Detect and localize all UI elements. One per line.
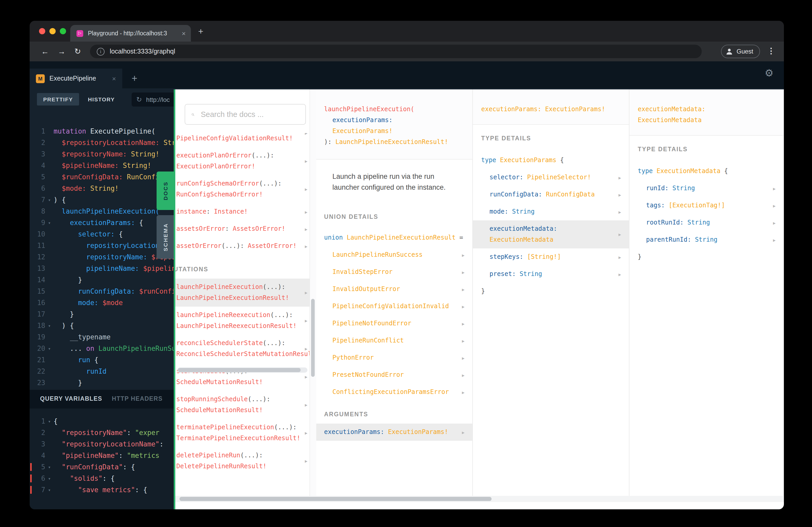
code-line[interactable]: 1▾{ [30, 416, 175, 427]
code-line[interactable]: 4 "pipelineName": "metrics [30, 450, 175, 462]
doc-list-item[interactable]: PipelineNotFoundError▸ [316, 315, 472, 332]
docs-search-box[interactable] [185, 104, 306, 125]
code-line[interactable]: 5 $runConfigData: RunConfigData! [30, 171, 175, 183]
docs-search-input[interactable] [200, 110, 299, 119]
code-line[interactable]: 9▾ executionParams: { [30, 217, 175, 229]
code-line[interactable]: 2 $repositoryLocationName: String! [30, 137, 175, 149]
code-line[interactable]: 22 runId [30, 366, 175, 377]
code-line[interactable]: 5▾ "runConfigData": { [30, 462, 175, 473]
docs-vertical-scrollbar[interactable] [309, 89, 316, 496]
doc-list-item[interactable]: instance: Instance!▸ [175, 203, 315, 220]
refresh-schema-icon[interactable]: ↻ [136, 96, 142, 103]
site-info-icon[interactable]: i [97, 48, 104, 55]
doc-list-item[interactable]: PythonError▸ [316, 349, 472, 366]
doc-list-item[interactable]: isPipelineConfigValid(...): PipelineConf… [175, 133, 315, 147]
fold-arrow-icon[interactable]: ▾ [45, 484, 54, 496]
add-playground-tab-button[interactable]: + [132, 73, 137, 84]
code-line[interactable]: 10 selector: { [30, 229, 175, 240]
code-line[interactable]: 6▾ "solids": { [30, 473, 175, 484]
query-code[interactable]: 1mutation ExecutePipeline(2 $repositoryL… [30, 126, 175, 389]
code-line[interactable]: 4 $pipelineName: String! [30, 160, 175, 171]
close-window-button[interactable] [39, 28, 45, 34]
doc-list-item[interactable]: launchPipelineExecution(...): LaunchPipe… [175, 278, 315, 307]
variables-code[interactable]: 1▾{2 "repositoryName": "exper3 "reposito… [30, 416, 175, 496]
doc-list-item[interactable]: parentRunId: String▸ [629, 231, 783, 249]
code-line[interactable]: 15 runConfigData: $runConfigData [30, 286, 175, 297]
doc-list-item[interactable]: deletePipelineRun(...): DeletePipelineRu… [175, 447, 315, 475]
doc-list-item[interactable]: executionPlanOrError(...): ExecutionPlan… [175, 147, 315, 175]
docs-column-horizontal-scrollbar[interactable] [177, 367, 307, 373]
doc-list-item[interactable]: runConfigData: RunConfigData▸ [473, 186, 629, 203]
code-line[interactable]: 11 repositoryLocationName: $repositoryLo… [30, 240, 175, 252]
profile-button[interactable]: Guest [721, 45, 760, 58]
close-playground-tab-icon[interactable]: × [112, 75, 116, 82]
code-line[interactable]: 14 } [30, 274, 175, 286]
tab-http-headers[interactable]: HTTP HEADERS [112, 395, 162, 402]
back-button[interactable]: ← [41, 47, 49, 56]
doc-list-item[interactable]: mode: String▸ [473, 203, 629, 220]
browser-tab[interactable]: ▷ Playground - http://localhost:3 × [70, 25, 191, 42]
doc-list-item[interactable]: runId: String▸ [629, 180, 783, 197]
doc-list-item[interactable]: rootRunId: String▸ [629, 214, 783, 231]
fold-arrow-icon[interactable]: ▾ [45, 473, 54, 484]
doc-list-item[interactable]: launchPipelineReexecution(...): LaunchPi… [175, 307, 315, 335]
doc-list-item[interactable]: stopRunningSchedule(...): ScheduleMutati… [175, 391, 315, 419]
code-line[interactable]: 7▾ "save metrics": { [30, 484, 175, 496]
code-line[interactable]: 3 "repositoryLocationName": [30, 439, 175, 450]
scrollbar-thumb[interactable] [179, 497, 492, 501]
doc-list-item[interactable]: assetsOrError: AssetsOrError!▸ [175, 220, 315, 238]
doc-list-item[interactable]: reconcileSchedulerState(...): ReconcileS… [175, 335, 315, 363]
doc-list-item[interactable]: InvalidStepError▸ [316, 264, 472, 281]
settings-gear-icon[interactable]: ⚙ [765, 68, 773, 78]
fold-arrow-icon[interactable]: ▾ [45, 416, 54, 427]
close-tab-icon[interactable]: × [182, 29, 186, 37]
code-line[interactable]: 21 run { [30, 355, 175, 366]
prettify-button[interactable]: PRETTIFY [37, 93, 79, 106]
code-line[interactable]: 19 __typename [30, 332, 175, 343]
minimize-window-button[interactable] [49, 28, 56, 34]
code-line[interactable]: 1mutation ExecutePipeline( [30, 126, 175, 137]
maximize-window-button[interactable] [60, 28, 66, 34]
code-line[interactable]: 17 } [30, 309, 175, 320]
fold-arrow-icon[interactable]: ▾ [45, 462, 54, 473]
doc-list-item[interactable]: executionMetadata:ExecutionMetadata▸ [473, 220, 629, 249]
doc-list-item[interactable]: executionParams: ExecutionParams!▸ [316, 424, 472, 441]
doc-list-item[interactable]: startSchedule(...): ScheduleMutationResu… [175, 363, 315, 391]
doc-list-item[interactable]: PresetNotFoundError▸ [316, 366, 472, 383]
fold-arrow-icon[interactable]: ▾ [45, 343, 54, 355]
tab-query-variables[interactable]: QUERY VARIABLES [40, 395, 102, 402]
code-line[interactable]: 13 pipelineName: $pipelineName [30, 263, 175, 274]
doc-list-item[interactable]: InvalidOutputError▸ [316, 281, 472, 298]
doc-list-item[interactable]: stepKeys: [String!]▸ [473, 249, 629, 266]
doc-list-item[interactable]: runConfigSchemaOrError(...): RunConfigSc… [175, 175, 315, 203]
new-tab-button[interactable]: + [198, 27, 203, 37]
fold-arrow-icon[interactable]: ▾ [45, 194, 54, 206]
code-line[interactable]: 6 $mode: String! [30, 183, 175, 194]
code-line[interactable]: 2 "repositoryName": "exper [30, 427, 175, 439]
doc-list-item[interactable]: selector: PipelineSelector!▸ [473, 169, 629, 186]
browser-menu-button[interactable]: ⋮ [767, 46, 775, 56]
doc-list-item[interactable]: terminatePipelineExecution(...): Termina… [175, 419, 315, 447]
query-variables-editor[interactable]: 1▾{2 "repositoryName": "exper3 "reposito… [30, 408, 175, 509]
doc-list-item[interactable]: LaunchPipelineRunSuccess▸ [316, 246, 472, 264]
doc-list-item[interactable]: tags: [ExecutionTag!]▸ [629, 197, 783, 214]
code-line[interactable]: 12 repositoryName: $repositoryName [30, 252, 175, 263]
history-button[interactable]: HISTORY [88, 93, 115, 106]
scrollbar-thumb[interactable] [311, 299, 315, 377]
scrollbar-thumb[interactable] [178, 368, 301, 372]
code-line[interactable]: 20▾ ... on LaunchPipelineRunSuccess { [30, 343, 175, 355]
code-line[interactable]: 8 launchPipelineExecution( [30, 206, 175, 217]
doc-list-item[interactable]: preset: String▸ [473, 266, 629, 283]
fold-arrow-icon[interactable]: ▾ [45, 320, 54, 332]
code-line[interactable]: 23 } [30, 377, 175, 389]
code-line[interactable]: 7▾) { [30, 194, 175, 206]
reload-button[interactable]: ↻ [74, 47, 81, 56]
docs-side-tab[interactable]: DOCS [157, 171, 174, 210]
address-bar[interactable]: i localhost:3333/graphql [90, 45, 702, 58]
code-line[interactable]: 3 $repositoryName: String! [30, 149, 175, 160]
doc-list-item[interactable]: PipelineRunConflict▸ [316, 332, 472, 349]
schema-side-tab[interactable]: SCHEMA [157, 215, 174, 259]
code-line[interactable]: 16 mode: $mode [30, 297, 175, 309]
forward-button[interactable]: → [58, 47, 66, 56]
doc-list-item[interactable]: ConflictingExecutionParamsError▸ [316, 383, 472, 401]
